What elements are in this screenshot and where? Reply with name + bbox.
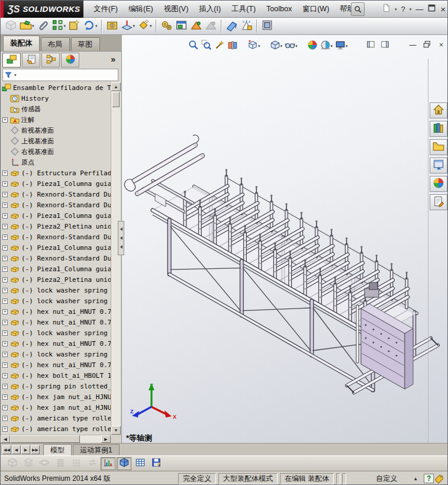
- table-view-button[interactable]: [133, 457, 147, 470]
- tree-item-31[interactable]: + (-) american type rolle: [1, 413, 111, 423]
- tree-item-3[interactable]: + A 注解: [1, 114, 111, 125]
- hide-show-items-button[interactable]: ▾: [283, 39, 299, 53]
- component-pattern-button[interactable]: ▾: [50, 18, 67, 34]
- view-settings-button[interactable]: ▾: [334, 39, 349, 53]
- close-document-button[interactable]: ×: [436, 40, 446, 50]
- move-component-button[interactable]: ▾: [82, 18, 99, 34]
- expand-toggle[interactable]: +: [2, 256, 8, 261]
- panel-overflow-chevron[interactable]: »: [111, 54, 115, 64]
- new-document-button[interactable]: [382, 4, 391, 15]
- expand-toggle[interactable]: +: [2, 117, 8, 123]
- panel-splitter-handle[interactable]: [118, 221, 124, 255]
- tree-item-23[interactable]: + (-) lock washer spring: [1, 327, 111, 338]
- menu-item-2[interactable]: 视图(V): [159, 1, 194, 18]
- study-nav-2[interactable]: ▶: [21, 445, 30, 454]
- tree-item-15[interactable]: + (-) Pieza1_Columna guia: [1, 242, 111, 253]
- tree-item-4[interactable]: 前视基准面: [1, 125, 111, 136]
- expand-toggle[interactable]: +: [2, 362, 8, 368]
- tree-item-1[interactable]: History: [1, 93, 111, 104]
- expand-toggle[interactable]: +: [2, 309, 8, 314]
- filter-icon[interactable]: [5, 71, 13, 79]
- dropdown-arrow[interactable]: ▾: [258, 44, 260, 49]
- simulation-button[interactable]: [189, 18, 204, 34]
- feature-manager-tab[interactable]: [2, 53, 21, 68]
- property-manager-tab[interactable]: [22, 53, 40, 68]
- tree-item-2[interactable]: 传感器: [1, 104, 111, 114]
- tree-item-16[interactable]: + (-) Rexnord-Standard Du: [1, 253, 111, 264]
- restore-button[interactable]: [427, 4, 436, 15]
- instant3d-button[interactable]: [260, 18, 275, 34]
- quick-tips-button[interactable]: ?: [424, 474, 434, 483]
- dropdown-arrow[interactable]: ▾: [346, 44, 348, 49]
- tree-item-6[interactable]: 右视基准面: [1, 146, 111, 157]
- display-manager-tab[interactable]: [61, 53, 79, 68]
- study-nav-1[interactable]: ◀: [12, 445, 21, 454]
- command-tab-0[interactable]: 装配体: [3, 36, 40, 51]
- file-explorer-button[interactable]: [430, 139, 447, 155]
- minimize-document-button[interactable]: —: [408, 40, 418, 50]
- collapse-left-pane-button[interactable]: [366, 40, 376, 50]
- custom-properties-button[interactable]: [430, 194, 447, 210]
- exploded-view-button[interactable]: [174, 18, 189, 34]
- search-button[interactable]: [351, 2, 365, 16]
- expand-toggle[interactable]: +: [2, 373, 8, 378]
- expand-toggle[interactable]: +: [2, 203, 8, 208]
- expand-toggle[interactable]: +: [2, 277, 8, 282]
- scroll-left-button[interactable]: ◀: [1, 435, 10, 443]
- dropdown-arrow[interactable]: ▾: [133, 24, 136, 28]
- expand-toggle[interactable]: +: [2, 192, 8, 197]
- expand-toggle[interactable]: +: [2, 341, 8, 346]
- solidworks-resources-button[interactable]: [430, 102, 447, 118]
- tree-item-12[interactable]: + (-) Pieza1_Columna guia: [1, 210, 111, 221]
- tree-item-9[interactable]: + (-) Pieza1_Columna guia: [1, 178, 111, 189]
- restore-document-button[interactable]: [422, 40, 432, 50]
- zoom-to-fit-button[interactable]: [187, 39, 200, 53]
- expand-toggle[interactable]: +: [2, 330, 8, 336]
- expand-toggle[interactable]: +: [2, 213, 8, 219]
- menu-item-3[interactable]: 插入(I): [194, 1, 226, 18]
- horizontal-scroll-thumb[interactable]: [10, 435, 80, 443]
- section-view-button[interactable]: [226, 39, 239, 53]
- tree-item-26[interactable]: + (-) hex nut_ai_HNUT 0.7: [1, 359, 111, 370]
- assembly-features-button[interactable]: [105, 18, 120, 34]
- tag-icon[interactable]: [434, 474, 444, 484]
- apply-scene-button[interactable]: ▾: [319, 39, 334, 53]
- command-tab-2[interactable]: 草图: [71, 37, 100, 51]
- tree-item-25[interactable]: + (-) lock washer spring: [1, 349, 111, 359]
- expand-toggle[interactable]: +: [2, 394, 8, 400]
- expand-toggle[interactable]: +: [2, 426, 8, 432]
- expand-toggle[interactable]: +: [2, 405, 8, 410]
- tree-item-19[interactable]: + (-) lock washer spring: [1, 285, 111, 296]
- expand-toggle[interactable]: +: [2, 320, 8, 325]
- help-dropdown[interactable]: ▾: [410, 7, 412, 12]
- tree-item-11[interactable]: + (-) Rexnord-Standard Du: [1, 200, 111, 210]
- menu-item-6[interactable]: 窗口(W): [297, 1, 334, 18]
- new-document-dropdown[interactable]: ▾: [395, 7, 397, 12]
- appearances-scenes-button[interactable]: [430, 176, 447, 192]
- tree-item-24[interactable]: + (-) hex nut_ai_HNUT 0.7: [1, 338, 111, 349]
- expand-toggle[interactable]: +: [2, 224, 8, 229]
- tree-item-21[interactable]: + (-) hex nut_ai_HNUT 0.7: [1, 306, 111, 317]
- expand-toggle[interactable]: +: [2, 266, 8, 272]
- tree-item-18[interactable]: + (-) Pieza2_Pletina unio: [1, 274, 111, 285]
- expand-toggle[interactable]: +: [2, 384, 8, 389]
- expand-toggle[interactable]: +: [2, 352, 8, 357]
- menu-item-0[interactable]: 文件(F): [88, 1, 123, 18]
- save-view-button[interactable]: [149, 457, 163, 470]
- expand-toggle[interactable]: +: [2, 416, 8, 421]
- bottom-tab-0[interactable]: 模型: [43, 444, 72, 455]
- dropdown-arrow[interactable]: ▾: [295, 44, 298, 49]
- tree-item-30[interactable]: + (-) hex jam nut_ai_HJNU: [1, 402, 111, 413]
- minimize-button[interactable]: —: [415, 5, 423, 14]
- display-style-button[interactable]: ▾: [269, 39, 284, 53]
- dropdown-arrow[interactable]: ▾: [150, 24, 152, 28]
- tree-item-28[interactable]: + (-) spring pin slotted_: [1, 381, 111, 391]
- tree-item-7[interactable]: 原点: [1, 157, 111, 168]
- expand-toggle[interactable]: +: [2, 235, 8, 240]
- edit-appearance-button[interactable]: [306, 39, 319, 53]
- section-tool-button[interactable]: [224, 18, 239, 34]
- chart-view-button[interactable]: [101, 457, 115, 470]
- menu-item-4[interactable]: 工具(T): [226, 1, 261, 18]
- bottom-tab-1[interactable]: 运动算例1: [73, 444, 120, 455]
- tree-item-29[interactable]: + (-) hex jam nut_ai_HJNU: [1, 391, 111, 402]
